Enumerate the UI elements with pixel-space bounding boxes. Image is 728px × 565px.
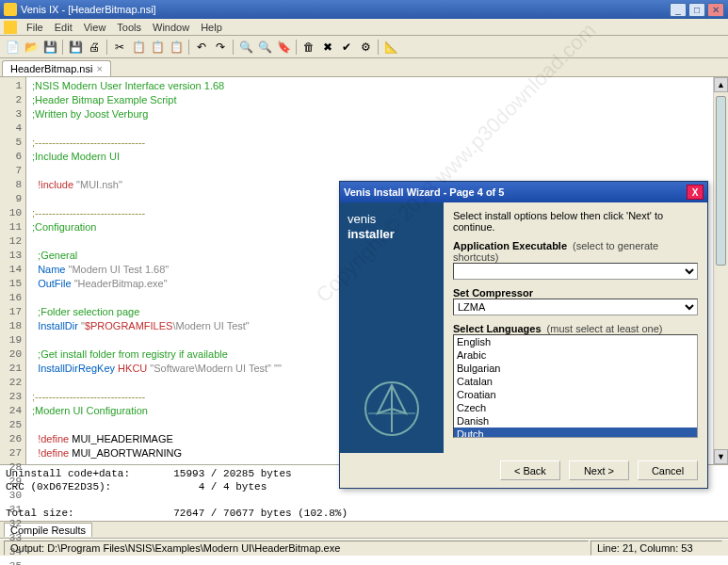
toolbar-button-2[interactable]: 💾 [41,39,58,56]
wizard-sidebar: venis installer [340,202,444,453]
wizard-title: Venis Install Wizard - Page 4 of 5 [344,186,687,198]
menu-help[interactable]: Help [195,22,228,33]
languages-sublabel: (must select at least one) [547,323,663,334]
cancel-button[interactable]: Cancel [638,460,698,480]
toolbar-separator [296,40,297,55]
language-item[interactable]: Dutch [454,428,697,438]
menu-bar: FileEditViewToolsWindowHelp [0,19,728,36]
language-item[interactable]: Danish [454,414,697,428]
toolbar-separator [233,40,234,55]
toolbar-separator [62,40,63,55]
language-item[interactable]: Croatian [454,388,697,401]
maximize-button[interactable]: □ [688,3,705,17]
compressor-label: Set Compressor [453,287,533,299]
compressor-select[interactable]: LZMA [453,299,698,315]
status-cursor-pos: Line: 21, Column: 53 [590,541,722,556]
toolbar-button-12[interactable]: 🔍 [256,39,273,56]
scroll-up-icon[interactable]: ▲ [714,77,728,92]
toolbar-button-7[interactable]: 📋 [149,39,166,56]
output-tab-bar: Compile Results [0,522,728,539]
close-button[interactable]: ✕ [707,3,724,17]
toolbar-button-9[interactable]: ↶ [193,39,210,56]
app-icon [4,3,17,16]
menu-tools[interactable]: Tools [111,22,147,33]
install-wizard-dialog: Venis Install Wizard - Page 4 of 5 X ven… [339,181,708,489]
menu-file[interactable]: File [21,22,49,33]
toolbar-button-8[interactable]: 📋 [168,39,185,56]
next-button[interactable]: Next > [569,460,629,480]
back-button[interactable]: < Back [500,460,560,480]
toolbar-separator [378,40,379,55]
wizard-brand: venis installer [348,212,436,241]
scroll-thumb[interactable] [716,96,726,266]
menu-window[interactable]: Window [147,22,195,33]
toolbar-button-4[interactable]: 🖨 [86,39,103,56]
menu-view[interactable]: View [78,22,112,33]
executable-select[interactable] [453,263,698,280]
exec-label: Application Executable [453,240,567,251]
languages-listbox[interactable]: EnglishArabicBulgarianCatalanCroatianCze… [453,334,698,438]
status-output-path: Output: D:\Program Files\NSIS\Examples\M… [4,541,589,556]
toolbar-button-14[interactable]: 🗑 [300,39,317,56]
app-icon-small [4,21,17,34]
toolbar-button-3[interactable]: 💾 [67,39,84,56]
language-item[interactable]: Bulgarian [454,362,697,375]
tab-close-icon[interactable]: × [96,63,102,74]
toolbar-button-13[interactable]: 🔖 [275,39,292,56]
toolbar-button-0[interactable]: 📄 [4,39,21,56]
toolbar-button-18[interactable]: 📐 [382,39,399,56]
toolbar-button-16[interactable]: ✔ [338,39,355,56]
editor-tab[interactable]: HeaderBitmap.nsi × [2,60,111,76]
language-item[interactable]: Catalan [454,375,697,388]
vertical-scrollbar[interactable]: ▲ ▼ [713,77,728,464]
language-item[interactable]: Arabic [454,348,697,362]
language-item[interactable]: Czech [454,401,697,414]
toolbar-button-15[interactable]: ✖ [319,39,336,56]
toolbar-button-11[interactable]: 🔍 [237,39,254,56]
wizard-logo-icon [359,376,425,442]
toolbar-separator [188,40,189,55]
wizard-button-row: < Back Next > Cancel [340,453,707,488]
wizard-main: Select install options below then click … [444,202,707,453]
menu-edit[interactable]: Edit [49,22,78,33]
line-gutter: 1 2 3 4 5 6 7 8 9 10 11 12 13 14 15 16 1… [0,77,26,464]
window-titlebar: Venis IX - [HeaderBitmap.nsi] _ □ ✕ [0,0,728,19]
wizard-instructions: Select install options below then click … [453,210,698,233]
tab-bar: HeaderBitmap.nsi × [0,58,728,77]
toolbar-button-17[interactable]: ⚙ [357,39,374,56]
wizard-titlebar: Venis Install Wizard - Page 4 of 5 X [340,182,707,202]
minimize-button[interactable]: _ [670,3,687,17]
status-bar: Output: D:\Program Files\NSIS\Examples\M… [0,539,728,556]
toolbar-button-5[interactable]: ✂ [111,39,128,56]
toolbar-separator [106,40,107,55]
toolbar-button-6[interactable]: 📋 [130,39,147,56]
languages-label: Select Languages [453,323,542,334]
window-title: Venis IX - [HeaderBitmap.nsi] [21,4,670,15]
toolbar-button-1[interactable]: 📂 [23,39,40,56]
tab-label: HeaderBitmap.nsi [10,63,92,74]
wizard-close-button[interactable]: X [687,185,704,200]
language-item[interactable]: English [454,335,697,348]
toolbar: 📄📂💾💾🖨✂📋📋📋↶↷🔍🔍🔖🗑✖✔⚙📐 [0,36,728,58]
scroll-down-icon[interactable]: ▼ [714,449,728,464]
toolbar-button-10[interactable]: ↷ [212,39,229,56]
